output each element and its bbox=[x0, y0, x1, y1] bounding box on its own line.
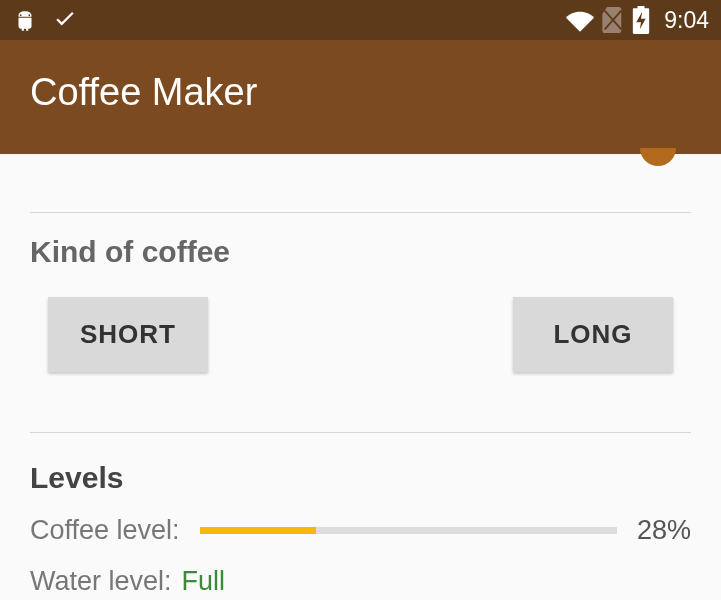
status-time: 9:04 bbox=[664, 7, 709, 34]
sim-icon bbox=[602, 7, 624, 33]
water-level-value: Full bbox=[182, 566, 226, 597]
long-button[interactable]: LONG bbox=[513, 297, 673, 372]
divider bbox=[30, 432, 691, 433]
android-icon bbox=[12, 7, 38, 33]
kind-of-coffee-title: Kind of coffee bbox=[30, 235, 691, 269]
knob-overflow bbox=[30, 154, 691, 164]
water-level-label: Water level: bbox=[30, 566, 172, 597]
coffee-level-fill bbox=[200, 527, 317, 534]
knob-icon[interactable] bbox=[640, 148, 676, 166]
main-content: Kind of coffee SHORT LONG Levels Coffee … bbox=[0, 154, 721, 597]
battery-charging-icon bbox=[632, 6, 650, 34]
coffee-level-label: Coffee level: bbox=[30, 515, 180, 546]
levels-title: Levels bbox=[30, 461, 691, 495]
short-button[interactable]: SHORT bbox=[48, 297, 208, 372]
divider bbox=[30, 212, 691, 213]
coffee-level-progress bbox=[200, 527, 617, 534]
wifi-icon bbox=[566, 8, 594, 32]
coffee-level-row: Coffee level: 28% bbox=[30, 515, 691, 546]
status-bar-left bbox=[12, 7, 78, 33]
app-bar: Coffee Maker bbox=[0, 40, 721, 154]
check-icon bbox=[52, 7, 78, 33]
page-title: Coffee Maker bbox=[30, 71, 257, 114]
coffee-level-value: 28% bbox=[637, 515, 691, 546]
status-bar-right: 9:04 bbox=[566, 6, 709, 34]
status-bar: 9:04 bbox=[0, 0, 721, 40]
water-level-row: Water level: Full bbox=[30, 566, 691, 597]
coffee-kind-buttons: SHORT LONG bbox=[30, 297, 691, 372]
